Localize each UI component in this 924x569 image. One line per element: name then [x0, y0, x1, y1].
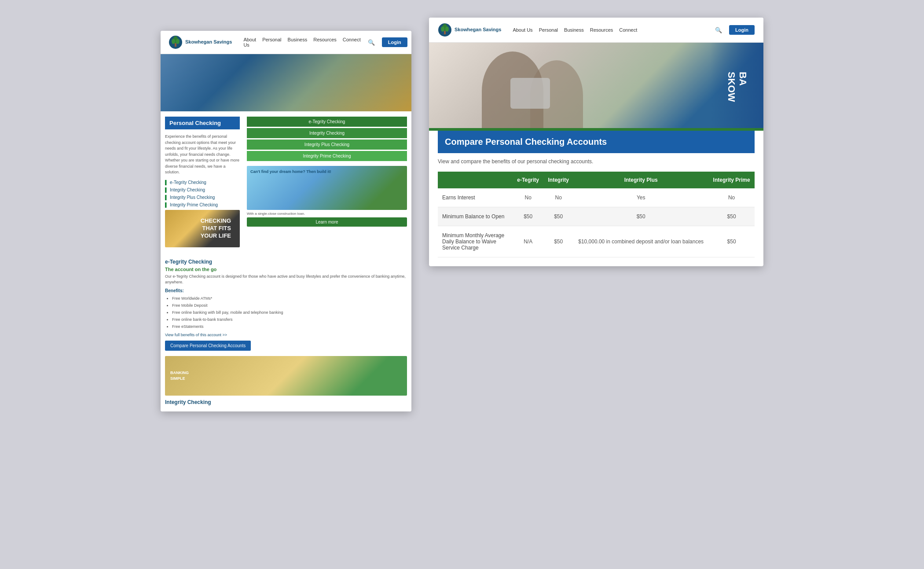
svg-point-3 — [176, 39, 180, 44]
left-login-button[interactable]: Login — [382, 37, 407, 47]
cell-earns-interest-plus: Yes — [573, 188, 708, 207]
col-header-integrity-prime: Integrity Prime — [708, 172, 755, 188]
personal-checking-desc: Experience the benefits of personal chec… — [165, 134, 240, 176]
row-label-min-monthly: Minimum Monthly Average Daily Balance to… — [438, 226, 513, 257]
sidebar-link-integrity-plus[interactable]: Integrity Plus Checking — [165, 195, 240, 200]
checking-banner-image: CHECKINGTHAT FITSYOUR LIFE — [165, 210, 240, 247]
left-nav-resources[interactable]: Resources — [313, 37, 337, 48]
integrity-promo-banner: BANKINGSIMPLE — [165, 356, 407, 396]
menu-btn-integrity-prime[interactable]: Integrity Prime Checking — [247, 151, 407, 161]
cell-min-balance-etegrity: $50 — [513, 207, 543, 226]
left-sidebar-nav: Personal Checking Experience the benefit… — [161, 111, 244, 253]
view-full-benefits-link[interactable]: View full benefits of this account >> — [165, 333, 407, 337]
logo-icon — [169, 35, 183, 49]
learn-more-button[interactable]: Learn more — [247, 217, 407, 227]
compare-title-bar: Compare Personal Checking Accounts — [438, 131, 755, 153]
right-card: Skowhegan Savings About Us Personal Busi… — [429, 18, 763, 266]
cell-min-monthly-plus: $10,000.00 in combined deposit and/or lo… — [573, 226, 708, 257]
svg-point-2 — [172, 39, 175, 44]
construction-title: Can't find your dream home? Then build i… — [250, 169, 331, 174]
benefit-item-3: Free online banking with bill pay, mobil… — [172, 309, 407, 316]
etegrity-section: e-Tegrity Checking The account on the go… — [161, 253, 411, 412]
right-nav-header: Skowhegan Savings About Us Personal Busi… — [429, 18, 763, 43]
benefit-item-4: Free online bank-to-bank transfers — [172, 316, 407, 323]
left-card: Skowhegan Savings About Us Personal Busi… — [161, 31, 411, 411]
cell-min-balance-plus: $50 — [573, 207, 708, 226]
svg-point-7 — [441, 26, 444, 32]
svg-rect-9 — [444, 31, 446, 34]
left-hero-image — [161, 54, 411, 111]
svg-point-8 — [445, 26, 449, 32]
cell-earns-interest-etegrity: No — [513, 188, 543, 207]
right-logo-icon — [438, 23, 452, 37]
col-header-empty — [438, 172, 513, 188]
right-nav-about[interactable]: About Us — [513, 27, 532, 33]
left-nav-business[interactable]: Business — [288, 37, 308, 48]
table-row-earns-interest: Earns Interest No No Yes No — [438, 188, 755, 207]
table-row-min-balance-open: Minimum Balance to Open $50 $50 $50 $50 — [438, 207, 755, 226]
cell-min-monthly-integrity: $50 — [543, 226, 573, 257]
main-content-area: e-Tegrity Checking Integrity Checking In… — [244, 111, 411, 253]
benefits-label: Benefits: — [165, 288, 407, 293]
right-login-button[interactable]: Login — [729, 25, 755, 35]
benefit-item-5: Free eStatements — [172, 323, 407, 330]
hero-overlay — [161, 54, 411, 111]
col-header-integrity: Integrity — [543, 172, 573, 188]
personal-checking-title: Personal Checking — [165, 117, 240, 129]
banner-text: CHECKINGTHAT FITSYOUR LIFE — [201, 217, 231, 240]
svg-rect-4 — [175, 43, 176, 47]
hero-banner-overlay: BASKOW — [711, 43, 763, 131]
right-search-icon[interactable]: 🔍 — [715, 27, 722, 33]
cell-min-monthly-prime: $50 — [708, 226, 755, 257]
left-nav-connect[interactable]: Connect — [343, 37, 361, 48]
right-logo-text: Skowhegan Savings — [455, 27, 501, 33]
integrity-checking-heading: Integrity Checking — [165, 399, 407, 405]
menu-btn-integrity[interactable]: Integrity Checking — [247, 128, 407, 138]
menu-btn-integrity-plus[interactable]: Integrity Plus Checking — [247, 139, 407, 150]
promo-banner-text: BANKINGSIMPLE — [170, 371, 189, 382]
col-header-etegrity: e-Tegrity — [513, 172, 543, 188]
construction-loan-image: Can't find your dream home? Then build i… — [247, 166, 407, 210]
sidebar-link-integrity-prime[interactable]: Integrity Prime Checking — [165, 202, 240, 207]
left-nav-header: Skowhegan Savings About Us Personal Busi… — [161, 31, 411, 54]
cell-min-monthly-etegrity: N/A — [513, 226, 543, 257]
row-label-earns-interest: Earns Interest — [438, 188, 513, 207]
sidebar-link-etegrity[interactable]: e-Tegrity Checking — [165, 180, 240, 185]
right-nav-links: About Us Personal Business Resources Con… — [513, 27, 708, 33]
col-header-integrity-plus: Integrity Plus — [573, 172, 708, 188]
right-logo: Skowhegan Savings — [438, 23, 501, 37]
etegrity-subheading: The account on the go — [165, 267, 407, 272]
compare-checking-button[interactable]: Compare Personal Checking Accounts — [165, 341, 251, 351]
benefits-list: Free Worldwide ATMs* Free Mobile Deposit… — [165, 295, 407, 330]
cell-earns-interest-prime: No — [708, 188, 755, 207]
compare-description: View and compare the benefits of our per… — [438, 158, 755, 165]
right-nav-connect[interactable]: Connect — [619, 27, 637, 33]
cell-min-balance-integrity: $50 — [543, 207, 573, 226]
left-search-icon[interactable]: 🔍 — [368, 39, 375, 46]
construction-caption: With a single-close construction loan. — [247, 212, 407, 216]
cell-earns-interest-integrity: No — [543, 188, 573, 207]
green-accent-line — [429, 128, 763, 131]
menu-btn-etegrity[interactable]: e-Tegrity Checking — [247, 117, 407, 127]
hero-banner-text: BASKOW — [726, 72, 748, 102]
left-nav-personal[interactable]: Personal — [262, 37, 281, 48]
left-logo: Skowhegan Savings — [169, 35, 232, 49]
left-logo-text: Skowhegan Savings — [185, 39, 232, 45]
table-row-min-monthly: Minimum Monthly Average Daily Balance to… — [438, 226, 755, 257]
right-nav-business[interactable]: Business — [564, 27, 584, 33]
right-nav-personal[interactable]: Personal — [539, 27, 558, 33]
compare-section: Compare Personal Checking Accounts View … — [429, 131, 763, 266]
etegrity-heading: e-Tegrity Checking — [165, 259, 407, 265]
benefit-item-1: Free Worldwide ATMs* — [172, 295, 407, 302]
row-label-min-balance-open: Minimum Balance to Open — [438, 207, 513, 226]
right-nav-resources[interactable]: Resources — [590, 27, 613, 33]
left-nav-links: About Us Personal Business Resources Con… — [243, 37, 360, 48]
sidebar-link-integrity[interactable]: Integrity Checking — [165, 187, 240, 192]
benefit-item-2: Free Mobile Deposit — [172, 302, 407, 309]
hero-tablet — [510, 78, 550, 109]
cell-min-balance-prime: $50 — [708, 207, 755, 226]
compare-table: e-Tegrity Integrity Integrity Plus Integ… — [438, 172, 755, 257]
left-nav-about[interactable]: About Us — [243, 37, 256, 48]
etegrity-body: Our e-Tegrity Checking account is design… — [165, 274, 407, 286]
right-hero-image: BASKOW — [429, 43, 763, 131]
